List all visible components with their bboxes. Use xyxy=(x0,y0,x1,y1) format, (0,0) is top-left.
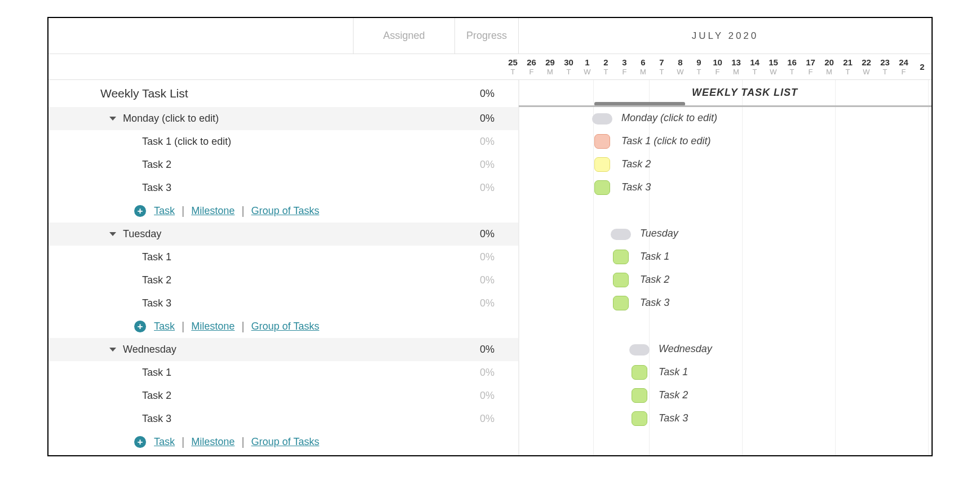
plus-icon[interactable]: + xyxy=(134,321,146,332)
add-cell: +Task|Milestone|Group of Tasks xyxy=(48,320,353,333)
gantt-pane[interactable]: WEEKLY TASK LISTMonday (click to edit)Ta… xyxy=(518,80,932,455)
row-name-text[interactable]: Task 2 xyxy=(142,390,171,402)
add-row: +Task|Milestone|Group of Tasks xyxy=(48,199,518,223)
task-block[interactable] xyxy=(613,296,629,310)
group-bubble[interactable] xyxy=(592,113,612,125)
date-dow: W xyxy=(671,68,690,76)
progress-cell: 0% xyxy=(454,251,518,263)
add-group-link[interactable]: Group of Tasks xyxy=(251,321,319,332)
group-bubble[interactable] xyxy=(629,344,650,355)
add-task-link[interactable]: Task xyxy=(154,205,175,217)
row-name-text[interactable]: Task 1 xyxy=(142,251,171,263)
name-cell[interactable]: Task 3 xyxy=(48,297,353,309)
name-cell[interactable]: Task 3 xyxy=(48,413,353,425)
task-gantt-label: Task 1 (click to edit) xyxy=(621,135,710,147)
progress-cell: 0% xyxy=(454,113,518,125)
name-cell[interactable]: Task 3 xyxy=(48,182,353,194)
date-col: 8W xyxy=(671,54,690,79)
row-name-text[interactable]: Task 2 xyxy=(142,159,171,171)
date-col: 2T xyxy=(597,54,615,79)
row-name-text[interactable]: Task 3 xyxy=(142,297,171,309)
caret-down-icon[interactable] xyxy=(109,348,116,352)
progress-cell: 0% xyxy=(454,228,518,240)
name-cell[interactable]: Task 1 xyxy=(48,367,353,379)
date-num: 2 xyxy=(913,62,932,72)
task-block[interactable] xyxy=(594,180,610,195)
task-block[interactable] xyxy=(613,273,629,287)
row-name-text[interactable]: Task 2 xyxy=(142,274,171,286)
date-num: 16 xyxy=(783,57,801,67)
add-milestone-link[interactable]: Milestone xyxy=(191,321,235,332)
row-name-text[interactable]: Wednesday xyxy=(123,344,176,355)
plus-icon[interactable]: + xyxy=(134,205,146,217)
row-name-text[interactable]: Task 3 xyxy=(142,182,171,194)
task-block[interactable] xyxy=(613,250,629,264)
row-name-text[interactable]: Tuesday xyxy=(123,228,161,240)
row-name-text[interactable]: Weekly Task List xyxy=(100,87,188,100)
task-gantt-label: Task 2 xyxy=(659,389,688,401)
date-num: 15 xyxy=(764,57,783,67)
add-cell: +Task|Milestone|Group of Tasks xyxy=(48,435,353,448)
task-block[interactable] xyxy=(632,388,647,403)
group-bubble[interactable] xyxy=(611,229,631,240)
name-cell[interactable]: Task 2 xyxy=(48,390,353,402)
date-col: 25T xyxy=(504,54,522,79)
grid-line xyxy=(928,80,929,455)
group-gantt-label: Monday (click to edit) xyxy=(621,112,717,124)
add-task-link[interactable]: Task xyxy=(154,321,175,332)
date-dow: W xyxy=(578,68,597,76)
name-cell[interactable]: Task 2 xyxy=(48,274,353,286)
group-gantt-label: Tuesday xyxy=(640,228,678,239)
date-col: 15W xyxy=(764,54,783,79)
date-col: 17F xyxy=(801,54,820,79)
name-cell[interactable]: Task 1 (click to edit) xyxy=(48,136,353,148)
date-col: 13M xyxy=(727,54,745,79)
name-cell[interactable]: Weekly Task List xyxy=(48,87,353,100)
date-dow: F xyxy=(522,68,541,76)
col-header-assigned: Assigned xyxy=(353,18,454,54)
grid-line xyxy=(835,80,836,455)
progress-cell: 0% xyxy=(454,159,518,171)
name-cell[interactable]: Tuesday xyxy=(48,228,353,240)
name-cell[interactable]: Monday (click to edit) xyxy=(48,113,353,125)
task-block[interactable] xyxy=(594,134,610,149)
caret-down-icon[interactable] xyxy=(109,117,116,121)
add-group-link[interactable]: Group of Tasks xyxy=(251,436,319,448)
name-cell[interactable]: Task 1 xyxy=(48,251,353,263)
task-row: Task 10% xyxy=(48,361,518,384)
progress-cell: 0% xyxy=(454,274,518,286)
date-num: 30 xyxy=(559,57,578,67)
separator: | xyxy=(241,205,244,217)
add-task-link[interactable]: Task xyxy=(154,436,175,448)
row-name-text[interactable]: Task 3 xyxy=(142,413,171,425)
plus-icon[interactable]: + xyxy=(134,436,146,448)
date-col: 26F xyxy=(522,54,541,79)
progress-cell: 0% xyxy=(454,182,518,194)
date-num: 13 xyxy=(727,57,745,67)
date-dow: T xyxy=(838,68,857,76)
task-block[interactable] xyxy=(632,411,647,426)
date-col: 21T xyxy=(838,54,857,79)
date-dow: W xyxy=(764,68,783,76)
task-block[interactable] xyxy=(632,365,647,380)
task-block[interactable] xyxy=(594,157,610,172)
task-gantt-label: Task 1 xyxy=(659,366,688,378)
row-name-text[interactable]: Task 1 xyxy=(142,367,171,379)
row-name-text[interactable]: Task 1 (click to edit) xyxy=(142,136,231,148)
row-name-text[interactable]: Monday (click to edit) xyxy=(123,113,219,125)
add-milestone-link[interactable]: Milestone xyxy=(191,436,235,448)
name-cell[interactable]: Task 2 xyxy=(48,159,353,171)
caret-down-icon[interactable] xyxy=(109,232,116,236)
task-row: Task 20% xyxy=(48,153,518,176)
date-columns: 25T26F29M30T1W2T3F6M7T8W9T10F13M14T15W16… xyxy=(504,54,932,79)
date-dow: F xyxy=(894,68,913,76)
group-row: Monday (click to edit)0% xyxy=(48,107,518,130)
name-cell[interactable]: Wednesday xyxy=(48,344,353,355)
date-num: 22 xyxy=(857,57,876,67)
date-dow: T xyxy=(690,68,708,76)
task-gantt-label: Task 3 xyxy=(621,181,651,193)
date-num: 17 xyxy=(801,57,820,67)
add-group-link[interactable]: Group of Tasks xyxy=(251,205,319,217)
add-milestone-link[interactable]: Milestone xyxy=(191,205,235,217)
date-col: 14T xyxy=(745,54,764,79)
